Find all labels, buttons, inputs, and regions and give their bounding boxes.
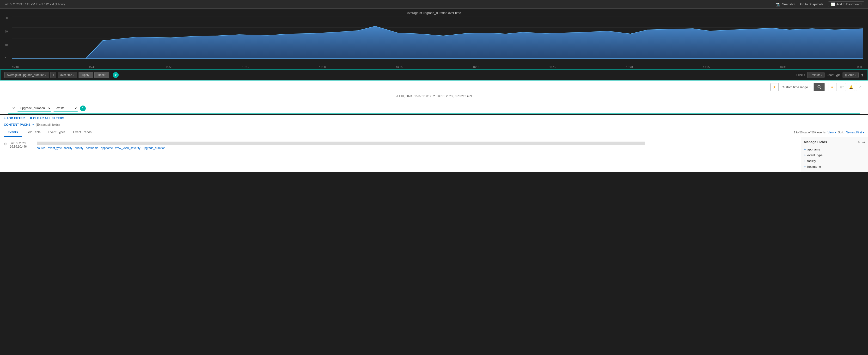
tab-event-types[interactable]: Event Types [44, 128, 69, 137]
over-time-chevron-icon: ▾ [73, 74, 74, 77]
field-item-facility[interactable]: + facility [804, 158, 865, 164]
event-tag-priority[interactable]: priority [75, 146, 83, 150]
reset-button[interactable]: Reset [94, 72, 109, 78]
alert-button[interactable]: 🔔 [847, 83, 855, 91]
add-to-dashboard-button[interactable]: 📊 Add to Dashboard [828, 1, 864, 7]
manage-fields-header: Manage Fields ✎ ⇒ [804, 140, 865, 144]
extract-fields-link[interactable]: (Extract all fields) [36, 123, 60, 126]
search-bar-area: ★ Custom time range ▾ ★+ ⊞+ 🔔 ↗ [0, 81, 868, 93]
filter-field-select[interactable]: upgrade_duration [18, 105, 51, 112]
clear-all-filters-button[interactable]: ✕ CLEAR ALL FILTERS [30, 116, 64, 120]
area-chart-icon: ▦ [845, 73, 847, 77]
view-chevron-icon: ▾ [835, 131, 836, 134]
event-content: source event_type facility priority host… [37, 142, 797, 150]
share-icon: ↗ [859, 85, 862, 89]
field-label-event-type: event_type [807, 153, 823, 157]
star-favorite-button[interactable]: ★ [771, 83, 778, 91]
event-tag-hostname[interactable]: hostname [86, 146, 98, 150]
add-filter-button[interactable]: + ADD FILTER [4, 116, 25, 120]
time-range-select[interactable]: Custom time range ▾ [778, 83, 814, 91]
chart-type-select[interactable]: ▦ Area ▾ [842, 72, 859, 78]
apply-button[interactable]: Apply [79, 72, 93, 78]
event-count-label: 1 to 50 out of 50+ events [794, 131, 826, 134]
filter-remove-button[interactable]: ✕ [12, 106, 15, 111]
field-add-icon: + [804, 153, 806, 157]
field-label-facility: facility [807, 159, 816, 163]
field-add-icon: + [804, 147, 806, 151]
search-input-wrap[interactable] [4, 83, 768, 91]
go-to-snapshots-button[interactable]: Go to Snapshots [800, 2, 823, 6]
top-bar: Jul 10, 2023 3:37:11 PM to 4:37:12 PM (1… [0, 0, 868, 9]
snapshot-button[interactable]: 📷 Snapshot [776, 2, 795, 6]
event-tag-appname[interactable]: appname [101, 146, 113, 150]
field-item-event-type[interactable]: + event_type [804, 152, 865, 158]
sort-chevron-icon: ▾ [863, 131, 864, 134]
event-tag-event-type[interactable]: event_type [48, 146, 62, 150]
view-button[interactable]: View ▾ [828, 131, 836, 134]
search-go-button[interactable] [814, 83, 825, 91]
event-blurred-text [37, 142, 645, 145]
save-search-button[interactable]: ★+ [829, 83, 837, 91]
metric-pill[interactable]: Average of upgrade_duration ▾ [4, 72, 49, 78]
manage-fields-edit-button[interactable]: ✎ [858, 140, 860, 144]
field-add-icon: + [804, 159, 806, 163]
content-packs-bar: CONTENT PACKs ▾ (Extract all fields) [0, 121, 868, 128]
tab-field-table[interactable]: Field Table [22, 128, 45, 137]
svg-point-5 [818, 86, 820, 88]
event-tag-facility[interactable]: facility [64, 146, 72, 150]
time-range-chevron-icon: ▾ [809, 86, 811, 88]
field-label-appname: appname [807, 148, 820, 151]
share-button[interactable]: ↗ [856, 83, 864, 91]
field-item-hostname[interactable]: + hostname [804, 164, 865, 170]
sort-label: Sort: [838, 131, 844, 134]
main-content: ⚙ Jul 10, 2023 16:36:10.446 source event… [0, 137, 868, 172]
chart-type-chevron-icon: ▾ [855, 74, 857, 77]
chart-area[interactable]: 30 20 10 0 [5, 17, 863, 65]
tabs-right: 1 to 50 out of 50+ events View ▾ Sort: N… [794, 131, 864, 134]
grid-plus-icon: ⊞+ [840, 85, 844, 89]
event-tag-upgrade-duration[interactable]: upgrade_duration [143, 146, 165, 150]
chart-title: Average of upgrade_duration over time [5, 11, 863, 14]
filter-operator-select[interactable]: exists [54, 105, 78, 112]
add-metric-button[interactable]: + [51, 72, 56, 78]
event-gear-button[interactable]: ⚙ [4, 142, 7, 146]
manage-fields-title: Manage Fields [804, 140, 827, 144]
events-area: ⚙ Jul 10, 2023 16:36:10.446 source event… [0, 137, 801, 172]
svg-line-6 [820, 88, 821, 89]
field-item-appname[interactable]: + appname [804, 146, 865, 152]
badge-1: 1 [80, 106, 86, 111]
field-add-icon: + [804, 165, 806, 169]
filter-row: ✕ upgrade_duration exists 1 [8, 102, 860, 114]
dashboard-icon: 📊 [831, 2, 835, 6]
collapse-icon[interactable]: ⬆ [861, 73, 864, 78]
badge-2: 2 [113, 72, 119, 78]
tab-events[interactable]: Events [4, 128, 22, 137]
bell-icon: 🔔 [849, 85, 853, 89]
date-range-bar: Jul 10, 2023 , 15:37:11.817 to Jul 10, 2… [0, 93, 868, 100]
tab-event-trends[interactable]: Event Trends [69, 128, 96, 137]
filter-actions: + ADD FILTER ✕ CLEAR ALL FILTERS [0, 115, 868, 121]
search-icon [817, 85, 821, 89]
event-tag-vmw-vsan-severity[interactable]: vmw_vsan_severity [115, 146, 141, 150]
chart-y-labels: 30 20 10 0 [5, 17, 8, 65]
filter-section: ✕ upgrade_duration exists 1 [0, 100, 868, 114]
event-tag-source[interactable]: source [37, 146, 45, 150]
snapshot-icon: 📷 [776, 2, 781, 6]
manage-fields-expand-button[interactable]: ⇒ [862, 140, 865, 144]
event-timestamp: Jul 10, 2023 16:36:10.446 [10, 142, 34, 148]
line-count-select[interactable]: 1 minute ▾ [807, 72, 825, 78]
viz-toolbar-right: 1 line = 1 minute ▾ Chart Type ▦ Area ▾ … [796, 72, 864, 78]
area-chart-svg [12, 17, 863, 60]
content-packs-button[interactable]: CONTENT PACKs [4, 123, 31, 126]
line-count-chevron-icon: ▾ [821, 74, 823, 77]
top-bar-actions: 📷 Snapshot Go to Snapshots 📊 Add to Dash… [776, 1, 864, 7]
sort-button[interactable]: Newest First ▾ [846, 131, 864, 134]
over-time-pill[interactable]: over time ▾ [58, 72, 77, 78]
search-input[interactable] [6, 85, 766, 89]
chart-container: Average of upgrade_duration over time 30… [0, 9, 868, 69]
save-dashboard-button[interactable]: ⊞+ [838, 83, 846, 91]
chart-svg-area[interactable] [12, 17, 863, 65]
manage-fields-controls: ✎ ⇒ [858, 140, 865, 144]
star-plus-icon: ★+ [831, 85, 835, 89]
content-packs-chevron-icon: ▾ [32, 123, 34, 126]
